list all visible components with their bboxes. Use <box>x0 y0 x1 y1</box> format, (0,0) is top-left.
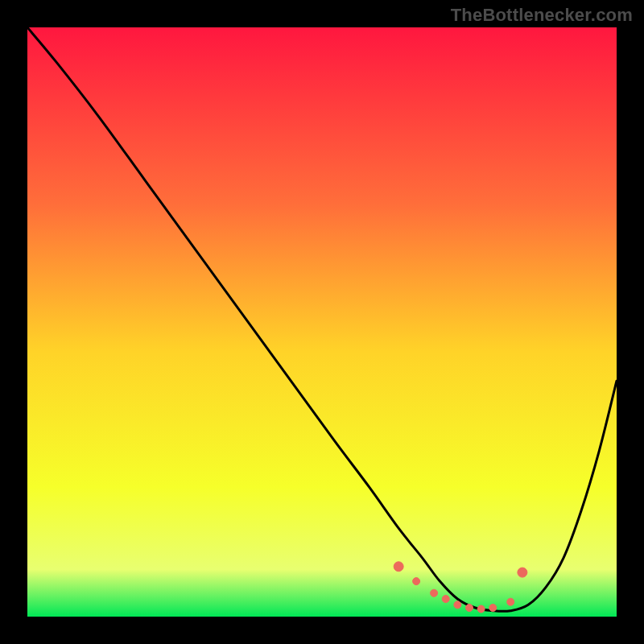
highlight-marker <box>431 589 438 597</box>
highlight-marker <box>489 605 497 612</box>
highlight-marker <box>507 598 514 605</box>
bottleneck-chart <box>27 27 617 617</box>
highlight-marker <box>442 596 449 603</box>
highlight-marker <box>477 605 485 613</box>
attribution-label: TheBottlenecker.com <box>451 5 633 26</box>
chart-frame: TheBottlenecker.com <box>0 0 644 644</box>
plot-area <box>27 27 617 617</box>
gradient-background <box>27 27 617 617</box>
highlight-marker <box>413 578 420 585</box>
highlight-marker <box>394 562 403 572</box>
highlight-marker <box>518 568 527 577</box>
highlight-marker <box>466 605 473 612</box>
highlight-marker <box>454 601 461 609</box>
